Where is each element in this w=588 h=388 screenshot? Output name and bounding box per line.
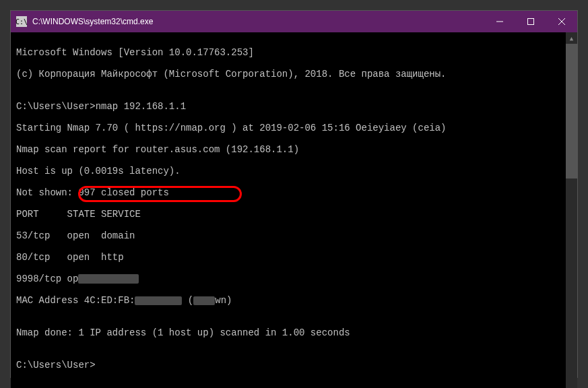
- cmd-window: C:\ C:\WINDOWS\system32\cmd.exe Microsof…: [10, 10, 578, 378]
- cmd-icon-label: C:\: [15, 18, 28, 26]
- mac-visible: 4C:ED:FB:: [78, 295, 135, 306]
- maximize-button[interactable]: [515, 11, 546, 32]
- output-line: 80/tcp open http: [16, 252, 560, 263]
- output-line: Nmap done: 1 IP address (1 host up) scan…: [16, 327, 560, 338]
- output-line: (c) Корпорация Майкрософт (Microsoft Cor…: [16, 69, 560, 79]
- redacted-text: [78, 274, 139, 284]
- port-line-partial: 9998/tcp op: [16, 273, 78, 284]
- minimize-button[interactable]: [484, 11, 515, 32]
- close-button[interactable]: [546, 11, 577, 32]
- output-line: 53/tcp open domain: [16, 230, 560, 241]
- window-controls: [484, 11, 577, 32]
- output-line: Starting Nmap 7.70 ( https://nmap.org ) …: [16, 123, 560, 133]
- command-text: nmap 192.168.1.1: [96, 101, 186, 112]
- output-line: 9998/tcp op: [16, 273, 560, 284]
- output-line: Microsoft Windows [Version 10.0.17763.25…: [16, 47, 560, 58]
- mac-paren-open: (: [182, 295, 193, 306]
- output-line: Host is up (0.0019s latency).: [16, 166, 560, 176]
- prompt-line: C:\Users\User>: [16, 360, 560, 370]
- terminal-area: Microsoft Windows [Version 10.0.17763.25…: [11, 32, 577, 388]
- terminal-output[interactable]: Microsoft Windows [Version 10.0.17763.25…: [11, 32, 566, 388]
- redacted-mac: [135, 296, 182, 305]
- vertical-scrollbar[interactable]: ▲: [566, 32, 577, 388]
- cmd-icon: C:\: [16, 16, 27, 27]
- output-line: Not shown: 997 closed ports: [16, 187, 560, 198]
- mac-address-line: MAC Address 4C:ED:FB: (wn): [16, 295, 560, 306]
- window-title: C:\WINDOWS\system32\cmd.exe: [32, 17, 484, 26]
- titlebar[interactable]: C:\ C:\WINDOWS\system32\cmd.exe: [11, 11, 577, 32]
- mac-paren-suffix: wn): [215, 295, 232, 306]
- svg-rect-1: [528, 19, 534, 25]
- scrollbar-thumb[interactable]: [566, 44, 577, 179]
- prompt-prefix: C:\Users\User>: [16, 101, 96, 112]
- prompt-line: C:\Users\User>nmap 192.168.1.1: [16, 101, 560, 112]
- redacted-vendor: [193, 296, 215, 305]
- output-line: Nmap scan report for router.asus.com (19…: [16, 144, 560, 155]
- mac-label: MAC Address: [16, 295, 78, 306]
- output-line: PORT STATE SERVICE: [16, 209, 560, 220]
- scrollbar-up-arrow[interactable]: ▲: [566, 32, 577, 44]
